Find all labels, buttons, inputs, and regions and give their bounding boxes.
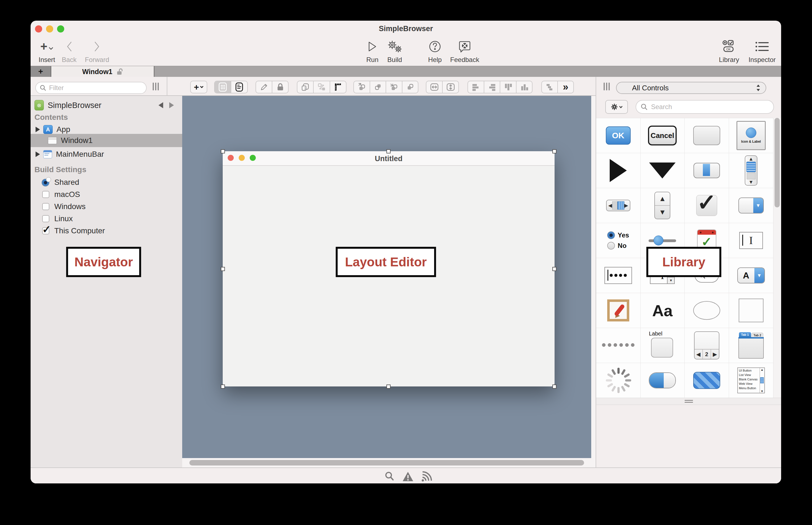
- navigator-columns-icon[interactable]: [153, 82, 159, 91]
- z-order-button[interactable]: [313, 81, 329, 93]
- layout-view-button[interactable]: [215, 81, 231, 93]
- library-scroll-thumb[interactable]: [774, 118, 780, 207]
- library-item-vertical-scrollbar[interactable]: ▲▼: [729, 153, 773, 188]
- align-left-button[interactable]: [468, 81, 484, 93]
- project-row[interactable]: ⊗ SimpleBrowser: [31, 99, 182, 111]
- library-item-rectangle[interactable]: [729, 293, 773, 328]
- equal-height-button[interactable]: [442, 81, 458, 93]
- library-scroll-track[interactable]: [773, 118, 781, 398]
- library-item-radio-buttons[interactable]: Yes No: [596, 223, 640, 258]
- navigator-filter-field[interactable]: [35, 82, 147, 94]
- tab-order-button[interactable]: 1: [297, 81, 313, 93]
- checkbox-unchecked[interactable]: [42, 215, 49, 222]
- library-item-canvas[interactable]: [596, 293, 640, 328]
- library-columns-icon[interactable]: [604, 82, 610, 91]
- library-item-tab-panel[interactable]: Tab 2Tab 1: [729, 328, 773, 363]
- build-button[interactable]: Build: [380, 39, 409, 64]
- library-item-popup-button[interactable]: ▼: [729, 188, 773, 223]
- add-control-button[interactable]: +: [190, 81, 207, 93]
- equal-width-button[interactable]: [426, 81, 442, 93]
- library-item-font-popup[interactable]: A▼: [729, 258, 773, 293]
- library-item-label[interactable]: Aa: [640, 293, 685, 328]
- move-into-parent-button[interactable]: [370, 81, 386, 93]
- nav-forward-icon[interactable]: [169, 102, 174, 108]
- tab-window1[interactable]: Window1: [51, 66, 154, 77]
- library-category-select[interactable]: All Controls: [616, 82, 766, 94]
- lock-button[interactable]: [272, 81, 288, 93]
- library-item-activity-spinner[interactable]: [596, 363, 640, 398]
- tree-item-mainmenubar[interactable]: MainMenuBar: [31, 148, 182, 160]
- build-item-shared[interactable]: Shared: [31, 176, 182, 189]
- shared-radio-icon[interactable]: [42, 178, 50, 186]
- library-search-field[interactable]: [636, 100, 774, 114]
- resize-handle-top-right[interactable]: [552, 149, 557, 153]
- library-item-disclosure-triangle[interactable]: [596, 153, 640, 188]
- library-item-oval[interactable]: [685, 293, 729, 328]
- library-item-password-field[interactable]: [596, 258, 640, 293]
- library-item-bevel-button[interactable]: Icon & Label: [729, 118, 773, 153]
- library-item-horizontal-scrollbar[interactable]: [685, 153, 729, 188]
- help-button[interactable]: Help: [422, 39, 448, 64]
- resize-handle-top-center[interactable]: [386, 149, 390, 153]
- inspector-toggle-button[interactable]: Inspector: [744, 39, 780, 64]
- library-item-cancel-button[interactable]: Cancel: [640, 118, 685, 153]
- library-settings-button[interactable]: [605, 100, 628, 114]
- disclosure-icon[interactable]: [35, 151, 40, 157]
- align-right-button[interactable]: [484, 81, 500, 93]
- status-warnings-icon[interactable]: [402, 471, 414, 482]
- align-bottom-button[interactable]: [516, 81, 532, 93]
- code-view-button[interactable]: [231, 81, 247, 93]
- status-feed-icon[interactable]: [421, 471, 432, 482]
- resize-handle-bottom-right[interactable]: [552, 385, 557, 389]
- checkbox-unchecked[interactable]: [42, 191, 49, 198]
- back-button[interactable]: Back: [56, 39, 83, 64]
- move-in-button[interactable]: [386, 81, 402, 93]
- library-item-switch[interactable]: [640, 363, 685, 398]
- edit-mode-button[interactable]: [256, 81, 272, 93]
- toolbar-overflow-button[interactable]: »: [557, 81, 573, 93]
- nav-back-icon[interactable]: [159, 102, 163, 108]
- ruler-button[interactable]: [330, 81, 346, 93]
- library-item-text-field[interactable]: I: [729, 223, 773, 258]
- disclosure-icon[interactable]: [35, 127, 40, 132]
- tree-item-window1[interactable]: Window1: [31, 134, 182, 147]
- library-item-listbox[interactable]: UI Button List View Blank Canvas Web Vie…: [729, 363, 773, 398]
- align-top-button[interactable]: [500, 81, 516, 93]
- library-item-indeterminate-progress[interactable]: [685, 363, 729, 398]
- library-toggle-button[interactable]: OK Library: [714, 39, 744, 64]
- new-tab-button[interactable]: +: [31, 66, 51, 77]
- checkbox-unchecked[interactable]: [42, 203, 49, 210]
- library-search-input[interactable]: [650, 103, 773, 111]
- ungroup-button[interactable]: [402, 81, 418, 93]
- stagger-button[interactable]: [542, 81, 557, 93]
- library-resize-grip[interactable]: [596, 398, 781, 405]
- library-item-popup-arrow[interactable]: [640, 153, 685, 188]
- build-item-macos[interactable]: macOS: [31, 189, 182, 200]
- status-search-icon[interactable]: [384, 471, 395, 482]
- library-item-default-button[interactable]: OK: [596, 118, 640, 153]
- resize-handle-middle-right[interactable]: [552, 267, 557, 271]
- canvas-hscroll-track[interactable]: [182, 458, 591, 467]
- pane-splitter[interactable]: [167, 77, 167, 95]
- resize-handle-top-left[interactable]: [221, 149, 225, 153]
- resize-handle-middle-left[interactable]: [221, 267, 225, 271]
- library-item-group-box[interactable]: Label: [640, 328, 685, 363]
- canvas-vscroll-track[interactable]: [591, 96, 596, 467]
- resize-handle-bottom-left[interactable]: [221, 385, 225, 389]
- resize-handle-bottom-center[interactable]: [386, 385, 390, 389]
- forward-button[interactable]: Forward: [82, 39, 112, 64]
- library-item-checkbox[interactable]: ✓: [685, 188, 729, 223]
- library-item-page-panel[interactable]: ◀2▶: [685, 328, 729, 363]
- checkbox-checked[interactable]: ✓: [42, 227, 49, 235]
- library-item-stepper[interactable]: ▲▼: [640, 188, 685, 223]
- feedback-button[interactable]: Feedback: [446, 39, 483, 64]
- build-item-this-computer[interactable]: ✓ This Computer: [31, 225, 182, 237]
- library-item-small-scrollbar[interactable]: ◀▶: [596, 188, 640, 223]
- canvas-hscroll-thumb[interactable]: [189, 460, 584, 465]
- build-item-windows[interactable]: Windows: [31, 200, 182, 213]
- library-item-generic-button[interactable]: [685, 118, 729, 153]
- build-item-linux[interactable]: Linux: [31, 213, 182, 225]
- move-out-parent-button[interactable]: [354, 81, 370, 93]
- library-item-progress-dots[interactable]: [596, 328, 640, 363]
- filter-input[interactable]: [48, 84, 146, 92]
